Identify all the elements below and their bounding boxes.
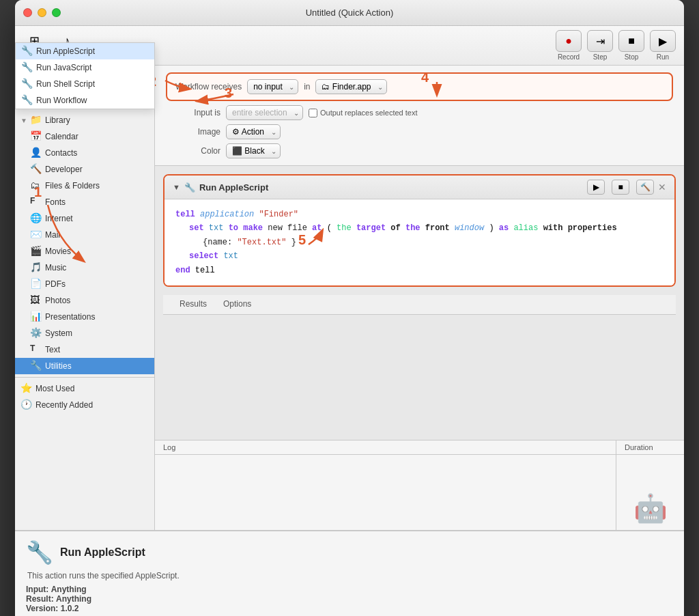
sidebar-item-system[interactable]: ⚙️ System (15, 325, 154, 341)
developer-icon: 🔨 (30, 163, 42, 176)
code-line-2: set txt to make new file at (175, 221, 664, 235)
sidebar-item-utilities[interactable]: 🔧 Utilities (15, 358, 154, 374)
script-title-text: Run AppleScript (199, 182, 268, 193)
sidebar-item-files[interactable]: 🗂 Files & Folders (15, 178, 154, 194)
sidebar-item-fonts[interactable]: F Fonts (15, 194, 154, 210)
internet-icon: 🌐 (30, 212, 42, 225)
log-header: Log Duration (155, 440, 684, 455)
results-content (163, 315, 676, 440)
presentations-icon: 📊 (30, 311, 42, 323)
bottom-panel-title: Run AppleScript (60, 546, 145, 559)
sidebar-item-music[interactable]: 🎵 Music (15, 260, 154, 276)
no-input-select[interactable]: no input (247, 79, 298, 94)
contacts-icon: 👤 (30, 147, 42, 159)
sidebar-item-internet[interactable]: 🌐 Internet (15, 210, 154, 227)
step-button[interactable]: ⇥ (587, 30, 613, 52)
workflow-receives-label: Workflow receives (175, 82, 242, 92)
minimize-button[interactable] (38, 8, 46, 17)
main-content: Actions Variables 🔍 ✕ ▼ 📁 Library (15, 66, 684, 530)
output-replaces-checkbox[interactable] (309, 109, 317, 117)
play-ctrl-btn[interactable]: ▶ (587, 180, 605, 195)
sidebar-item-most-used[interactable]: ⭐ Most Used (15, 380, 154, 397)
sidebar-item-developer[interactable]: 🔨 Developer (15, 161, 154, 178)
color-select[interactable]: ⬛ Black (226, 143, 281, 158)
sidebar-divider (15, 377, 154, 378)
mail-icon: ✉️ (30, 229, 42, 241)
entire-selection-select[interactable]: entire selection (226, 105, 303, 120)
log-body: 🤖 (155, 455, 684, 530)
log-area: Log Duration 🤖 (155, 440, 684, 530)
close-button[interactable] (23, 8, 32, 17)
movies-icon: 🎬 (30, 245, 42, 257)
entire-selection-wrapper: entire selection ⌄ (226, 105, 303, 120)
most-used-icon: ⭐ (20, 382, 33, 395)
code-line-1: tell application "Finder" (175, 208, 664, 221)
finder-select-wrapper: 🗂 Finder.app ⌄ (315, 79, 387, 94)
run-button[interactable]: ▶ (650, 30, 676, 52)
pdfs-icon: 📄 (30, 278, 42, 290)
step-action: ⇥ Step (587, 30, 613, 61)
result-value: Anything (56, 594, 91, 604)
color-row: Color ⬛ Black ⌄ (166, 143, 673, 158)
image-select-wrapper: ⚙ Action ⌄ (226, 124, 281, 139)
record-button[interactable]: ● (556, 30, 582, 52)
automator-mascot: 🤖 (633, 492, 668, 524)
files-icon: 🗂 (30, 180, 42, 192)
sidebar-item-text[interactable]: T Text (15, 341, 154, 358)
fonts-icon: F (30, 196, 42, 208)
sidebar-item-library[interactable]: ▼ 📁 Library (15, 112, 154, 128)
script-content[interactable]: tell application "Finder" set txt to (165, 199, 674, 285)
recently-added-icon: 🕐 (20, 399, 33, 411)
sidebar-item-movies[interactable]: 🎬 Movies (15, 243, 154, 260)
script-block-title: ▼ 🔧 Run AppleScript (173, 182, 268, 193)
code-line-4: select txt (175, 249, 664, 263)
titlebar: Untitled (Quick Action) (15, 0, 684, 26)
input-is-label: Input is (166, 108, 220, 117)
sidebar-item-pdfs[interactable]: 📄 PDFs (15, 276, 154, 292)
right-panel: Workflow receives no input ⌄ in 🗂 Finder… (155, 66, 684, 530)
window-controls (23, 8, 61, 17)
record-action: ● Record (556, 30, 582, 61)
bottom-panel: 🔧 Run AppleScript This action runs the s… (15, 530, 684, 616)
close-script-icon[interactable]: ✕ (658, 182, 666, 193)
log-duration-area: 🤖 (616, 455, 684, 530)
log-col-duration: Duration (616, 440, 684, 454)
sidebar-item-photos[interactable]: 🖼 Photos (15, 292, 154, 309)
sidebar-item-contacts[interactable]: 👤 Contacts (15, 145, 154, 161)
step-label: Step (593, 53, 608, 61)
sidebar: Actions Variables 🔍 ✕ ▼ 📁 Library (15, 66, 155, 530)
results-tabs: Results Options (163, 295, 676, 315)
output-replaces-checkbox-group: Output replaces selected text (309, 109, 417, 117)
color-label: Color (166, 146, 220, 156)
maximize-button[interactable] (52, 8, 61, 17)
stop-button[interactable]: ■ (618, 30, 644, 52)
sidebar-item-mail[interactable]: ✉️ Mail (15, 227, 154, 243)
bottom-title-row: 🔧 Run AppleScript (26, 540, 673, 565)
tab-results[interactable]: Results (171, 295, 215, 314)
bottom-panel-result: Result: Anything (26, 594, 673, 604)
input-label: Input: (26, 585, 48, 594)
input-is-row: Input is entire selection ⌄ Output repla… (166, 105, 673, 120)
code-line-5: end tell (175, 264, 664, 277)
system-icon: ⚙️ (30, 327, 42, 339)
version-label: Version: (26, 604, 58, 613)
result-label: Result: (26, 594, 54, 604)
sidebar-item-recently-added[interactable]: 🕐 Recently Added (15, 397, 154, 413)
finder-select[interactable]: 🗂 Finder.app (315, 79, 387, 94)
no-input-select-wrapper: no input ⌄ (247, 79, 298, 94)
collapse-icon[interactable]: ▼ (173, 183, 180, 191)
output-replaces-label: Output replaces selected text (320, 109, 417, 117)
script-title-icon: 🔧 (184, 182, 195, 193)
hammer-ctrl-btn[interactable]: 🔨 (636, 180, 654, 195)
script-block: ▼ 🔧 Run AppleScript ▶ ■ 🔨 ✕ (163, 174, 676, 287)
script-controls: ▶ ■ 🔨 (587, 180, 654, 195)
run-label: Run (657, 53, 669, 61)
sidebar-item-presentations[interactable]: 📊 Presentations (15, 309, 154, 325)
stop-ctrl-btn[interactable]: ■ (612, 180, 629, 195)
library-tree-icon: 📁 (30, 114, 42, 126)
script-block-header: ▼ 🔧 Run AppleScript ▶ ■ 🔨 ✕ (165, 176, 674, 199)
image-select[interactable]: ⚙ Action (226, 124, 281, 139)
run-action: ▶ Run (650, 30, 676, 61)
sidebar-item-calendar[interactable]: 📅 Calendar (15, 128, 154, 145)
tab-options[interactable]: Options (215, 295, 259, 314)
